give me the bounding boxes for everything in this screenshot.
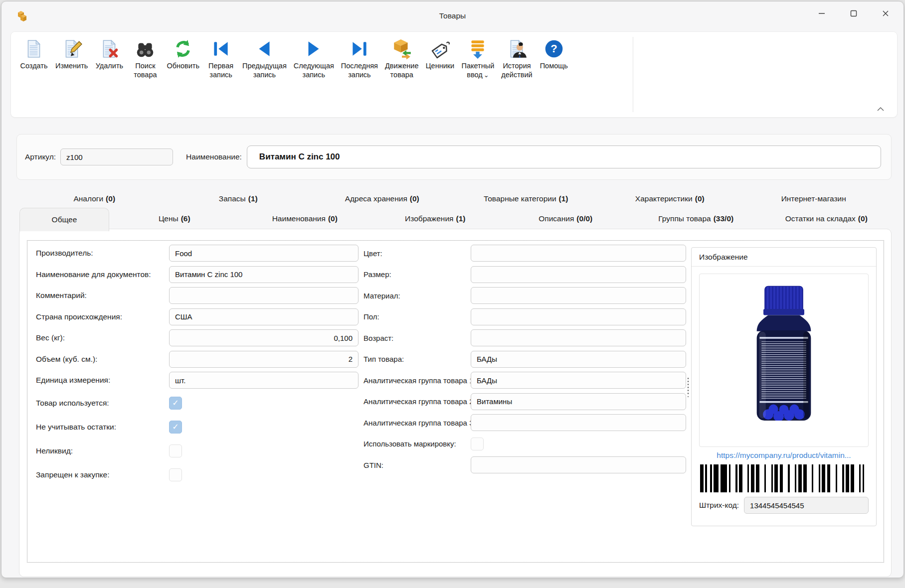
delete-doc-icon [98, 38, 120, 60]
refresh-icon [172, 38, 194, 60]
unit-label: Единица измерения: [36, 376, 169, 385]
volume-label: Объем (куб. см.): [36, 355, 169, 364]
barcode-input[interactable]: 1344545454545 [744, 497, 869, 514]
analytic-group-1-label: Аналитическая группа товара 1: [363, 376, 471, 385]
first-record-button[interactable]: Первая запись [203, 37, 239, 80]
analytic-group-2-input[interactable]: Витамины [471, 393, 686, 410]
product-movement-button[interactable]: Движение товара [381, 37, 422, 80]
comment-input[interactable] [169, 287, 359, 304]
delete-button[interactable]: Удалить [91, 37, 127, 71]
tab-product-groups[interactable]: Группы товара(33/0) [631, 208, 761, 230]
batch-input-button[interactable]: Пакетный ввод⌄ [458, 37, 498, 80]
tab-online-store[interactable]: Интернет-магазин [742, 190, 886, 208]
material-label: Материал: [363, 292, 471, 300]
tab-label: Аналоги [73, 194, 103, 203]
tab-images[interactable]: Изображения(1) [370, 208, 501, 230]
create-button[interactable]: Создать [16, 37, 52, 71]
app-window: Товары СоздатьИзменитьУдалитьПоиск товар… [1, 1, 904, 578]
name-label: Наименование: [186, 152, 242, 161]
article-input[interactable]: z100 [60, 148, 173, 165]
analytic-group-1-input[interactable]: БАДы [471, 372, 686, 389]
product-used-checkbox[interactable] [169, 397, 182, 410]
price-tag-icon [429, 38, 451, 60]
toolbar-button-label: Обновить [167, 61, 199, 70]
close-button[interactable] [881, 8, 891, 18]
size-input[interactable] [471, 266, 686, 283]
product-image [699, 274, 869, 447]
color-label: Цвет: [363, 249, 471, 258]
toolbar-button-label: Пакетный ввод⌄ [462, 61, 495, 79]
tab-characteristics[interactable]: Характеристики(0) [598, 190, 742, 208]
toolbar-button-label: Создать [20, 61, 47, 70]
color-input[interactable] [471, 245, 686, 262]
origin-country-input[interactable]: США [169, 308, 359, 325]
use-marking-checkbox[interactable] [471, 438, 484, 450]
product-type-input[interactable]: БАДы [471, 351, 686, 368]
product-url-link[interactable]: https://mycompany.ru/product/vitamin... [699, 451, 869, 460]
tab-label: Товарные категории [484, 194, 556, 203]
tab-stocks[interactable]: Запасы(1) [167, 190, 311, 208]
edit-button[interactable]: Изменить [52, 37, 91, 71]
analytic-group-3-row: Аналитическая группа товара 3: [363, 412, 704, 434]
last-record-button[interactable]: Последняя запись [338, 37, 381, 80]
tab-count: (33/0) [714, 214, 734, 223]
tab-analogs[interactable]: Аналоги(0) [22, 190, 167, 208]
gender-input[interactable] [471, 308, 686, 325]
price-tags-button[interactable]: Ценники [422, 37, 458, 71]
binoculars-icon [134, 38, 156, 60]
age-input[interactable] [471, 329, 686, 346]
prev-record-button[interactable]: Предыдущая запись [239, 37, 290, 80]
weight-input[interactable]: 0,100 [169, 329, 359, 346]
action-history-button[interactable]: История действий [498, 37, 536, 80]
product-header: Артикул: z100 Наименование: Витамин C zi… [16, 134, 892, 180]
tab-prices[interactable]: Цены(6) [109, 208, 240, 230]
titlebar: Товары [1, 1, 904, 30]
tab-label: Описания [539, 214, 574, 223]
next-record-button[interactable]: Следующая запись [290, 37, 338, 80]
comment-label: Комментарий: [36, 291, 169, 300]
barcode [699, 464, 869, 492]
product-type-label: Тип товара: [363, 355, 471, 363]
gtin-row: GTIN: [363, 454, 704, 476]
illiquid-row: Неликвид: [36, 439, 365, 463]
material-input[interactable] [471, 287, 686, 304]
gtin-input[interactable] [471, 456, 686, 473]
tab-count: (0/0) [576, 214, 592, 223]
purchase-banned-checkbox[interactable] [169, 468, 182, 481]
age-label: Возраст: [363, 334, 471, 342]
document-name-input[interactable]: Витамин C zinc 100 [169, 266, 359, 283]
chevron-down-icon: ⌄ [484, 71, 489, 79]
ignore-stock-checkbox[interactable] [169, 421, 182, 434]
tab-warehouse-balances[interactable]: Остатки на складах(0) [761, 208, 892, 230]
analytic-group-1-row: Аналитическая группа товара 1:БАДы [363, 370, 704, 391]
origin-country-row: Страна происхождения:США [36, 306, 365, 328]
tab-product-categories[interactable]: Товарные категории(1) [454, 190, 598, 208]
illiquid-checkbox[interactable] [169, 444, 182, 457]
manufacturer-label: Производитель: [36, 249, 169, 258]
tab-names[interactable]: Наименования(0) [240, 208, 370, 230]
tab-label: Цены [159, 214, 179, 223]
first-record-icon [210, 38, 232, 60]
refresh-button[interactable]: Обновить [163, 37, 203, 71]
name-input[interactable]: Витамин C zinc 100 [247, 146, 881, 168]
tab-label: Остатки на складах [785, 214, 856, 223]
help-button[interactable]: ?Помощь [536, 37, 572, 71]
minimize-button[interactable] [817, 8, 827, 18]
unit-input[interactable]: шт. [169, 372, 359, 389]
tab-count: (0) [858, 214, 868, 223]
last-record-icon [349, 38, 370, 60]
image-panel: Изображение [691, 247, 877, 526]
collapse-ribbon-button[interactable] [876, 105, 885, 111]
volume-input[interactable]: 2 [169, 351, 359, 368]
tab-label: Характеристики [635, 194, 693, 203]
panel-splitter-handle[interactable] [687, 378, 689, 401]
window-title: Товары [1, 1, 904, 30]
analytic-group-3-input[interactable] [471, 414, 686, 431]
manufacturer-input[interactable]: Food [169, 245, 359, 262]
product-type-row: Тип товара:БАДы [363, 349, 704, 370]
tab-general[interactable]: Общее [19, 208, 109, 231]
maximize-button[interactable] [849, 8, 859, 18]
tab-descriptions[interactable]: Описания(0/0) [501, 208, 631, 230]
tab-storage-addresses[interactable]: Адреса хранения(0) [310, 190, 454, 208]
search-product-button[interactable]: Поиск товара [127, 37, 163, 80]
